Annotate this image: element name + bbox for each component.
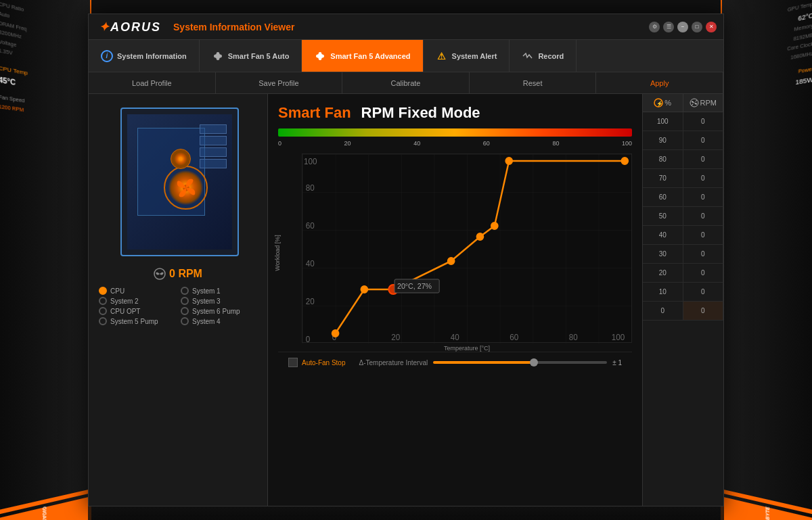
fan-radio-cpu-opt[interactable] <box>99 307 107 315</box>
temp-interval: Δ-Temperature Interval ± 1 <box>359 359 622 367</box>
fan-radio-system5pump[interactable] <box>99 317 107 325</box>
auto-fan-stop[interactable]: Auto-Fan Stop <box>288 358 345 367</box>
fan-item-system6pump[interactable]: System 6 Pump <box>181 307 257 315</box>
rpm-panel-header: ⚡ % RPM <box>643 94 723 112</box>
fan-icon-small <box>690 98 699 108</box>
chart-header: Smart Fan RPM Fixed Mode <box>278 104 632 122</box>
calibrate-btn[interactable]: Calibrate <box>342 72 470 93</box>
rpm-cell-rpm-40[interactable]: 0 <box>683 226 724 244</box>
pc-case-inner <box>127 114 232 250</box>
rpm-row-70: 70 0 <box>643 169 723 188</box>
app-window: ATC CPU RatioAutoDRAM Freq3200MHzVoltage… <box>0 0 812 520</box>
fan-radio-system1[interactable] <box>181 287 189 295</box>
reset-btn[interactable]: Reset <box>470 72 597 93</box>
rpm-cell-rpm-90[interactable]: 0 <box>683 131 724 149</box>
chart-point-6[interactable] <box>505 158 512 164</box>
rpm-cell-rpm-10[interactable]: 0 <box>683 283 724 301</box>
tab-system-info[interactable]: i System Information <box>89 40 200 72</box>
fan-radio-system6pump[interactable] <box>181 307 189 315</box>
tab-system-alert[interactable]: ⚠ System Alert <box>424 40 510 72</box>
rpm-cell-pct-50: 50 <box>643 207 683 225</box>
rpm-icon <box>154 268 166 280</box>
menu-button[interactable]: ☰ <box>663 22 674 32</box>
slider-thumb[interactable] <box>530 358 538 367</box>
chart-point-1[interactable] <box>361 286 368 293</box>
fan-item-system5pump[interactable]: System 5 Pump <box>99 317 175 325</box>
save-profile-btn[interactable]: Save Profile <box>216 72 343 93</box>
chart-point-0[interactable] <box>332 330 339 337</box>
chart-point-7[interactable] <box>621 158 628 164</box>
rpm-panel: ⚡ % RPM 100 0 90 0 <box>642 94 723 506</box>
sub-toolbar: Load Profile Save Profile Calibrate Rese… <box>89 72 723 94</box>
fan-item-system4[interactable]: System 4 <box>181 317 257 325</box>
fan-item-cpu[interactable]: CPU <box>99 287 175 295</box>
svg-text:60: 60 <box>306 221 315 231</box>
fan-radio-system3[interactable] <box>181 297 189 305</box>
record-icon <box>522 50 534 62</box>
close-button[interactable]: ✕ <box>706 22 717 32</box>
svg-text:80: 80 <box>306 183 315 193</box>
minimize-button[interactable]: − <box>677 22 688 32</box>
rpm-cell-rpm-0[interactable]: 0 <box>683 302 724 320</box>
rpm-row-40: 40 0 <box>643 226 723 245</box>
svg-rect-4 <box>302 154 631 344</box>
title-bar: ✦AORUS System Information Viewer ⚙ ☰ − □… <box>89 14 723 40</box>
tab-record[interactable]: Record <box>510 40 577 72</box>
y-axis-label: Workload [%] <box>274 235 281 270</box>
svg-text:40: 40 <box>451 333 459 342</box>
rpm-cell-rpm-70[interactable]: 0 <box>683 169 724 187</box>
rpm-cell-rpm-20[interactable]: 0 <box>683 264 724 282</box>
rpm-cell-rpm-80[interactable]: 0 <box>683 150 724 168</box>
interval-slider[interactable] <box>433 361 607 364</box>
bottom-shadow <box>88 506 724 520</box>
rpm-row-80: 80 0 <box>643 150 723 169</box>
fan-item-system3[interactable]: System 3 <box>181 297 257 305</box>
small-fan <box>171 149 191 169</box>
tab-smart-fan-advanced[interactable]: Smart Fan 5 Advanced <box>302 40 423 72</box>
temp-labels: 020406080100 <box>278 140 632 147</box>
rpm-cell-pct-60: 60 <box>643 188 683 206</box>
rpm-cell-pct-40: 40 <box>643 226 683 244</box>
load-profile-btn[interactable]: Load Profile <box>89 72 216 93</box>
rpm-cell-rpm-60[interactable]: 0 <box>683 188 724 206</box>
rpm-cell-pct-90: 90 <box>643 131 683 149</box>
rpm-cell-rpm-50[interactable]: 0 <box>683 207 724 225</box>
rpm-col-percent: ⚡ % <box>643 94 683 112</box>
main-panel: ✦AORUS System Information Viewer ⚙ ☰ − □… <box>88 14 724 506</box>
rpm-cell-pct-10: 10 <box>643 283 683 301</box>
fan-radio-system2[interactable] <box>99 297 107 305</box>
rpm-row-20: 20 0 <box>643 264 723 283</box>
tab-smart-fan-auto[interactable]: Smart Fan 5 Auto <box>200 40 302 72</box>
maximize-button[interactable]: □ <box>692 22 702 32</box>
rpm-cell-pct-0: 0 <box>643 302 683 320</box>
apply-btn[interactable]: Apply <box>596 72 723 93</box>
rpm-cell-pct-80: 80 <box>643 150 683 168</box>
rpm-display: 0 RPM <box>154 268 202 280</box>
fan-radio-system4[interactable] <box>181 317 189 325</box>
chart-title-mode: RPM Fixed Mode <box>361 104 480 122</box>
chart-svg[interactable]: 0 20 40 60 80 100 0 20 40 60 80 <box>302 154 631 344</box>
chart-point-4[interactable] <box>477 233 484 240</box>
auto-fan-stop-checkbox[interactable] <box>288 358 298 367</box>
gear-button[interactable]: ⚙ <box>649 22 660 32</box>
pc-case <box>120 108 239 256</box>
x-axis-label: Temperature [°C] <box>302 345 632 352</box>
rpm-row-30: 30 0 <box>643 245 723 264</box>
svg-text:40: 40 <box>306 259 315 268</box>
drive-bays <box>200 124 227 168</box>
rpm-cell-rpm-30[interactable]: 0 <box>683 245 724 263</box>
chart-point-5[interactable] <box>491 222 498 229</box>
fan-item-cpu-opt[interactable]: CPU OPT <box>99 307 175 315</box>
side-panel-left: ATC CPU RatioAutoDRAM Freq3200MHzVoltage… <box>0 0 91 520</box>
fan-selectors: CPU System 1 System 2 System 3 <box>99 287 257 325</box>
pc-illustration <box>107 104 249 260</box>
logo-area: ✦AORUS System Information Viewer <box>99 20 294 34</box>
fan-radio-cpu[interactable] <box>99 287 107 295</box>
fan-item-system1[interactable]: System 1 <box>181 287 257 295</box>
fan-item-system2[interactable]: System 2 <box>99 297 175 305</box>
chart-point-3[interactable] <box>448 258 455 264</box>
svg-text:60: 60 <box>510 333 518 342</box>
rpm-cell-rpm-100[interactable]: 0 <box>683 112 724 131</box>
chart-area: Smart Fan RPM Fixed Mode 020406080100 Wo… <box>268 94 642 506</box>
fan-auto-icon <box>212 50 224 62</box>
